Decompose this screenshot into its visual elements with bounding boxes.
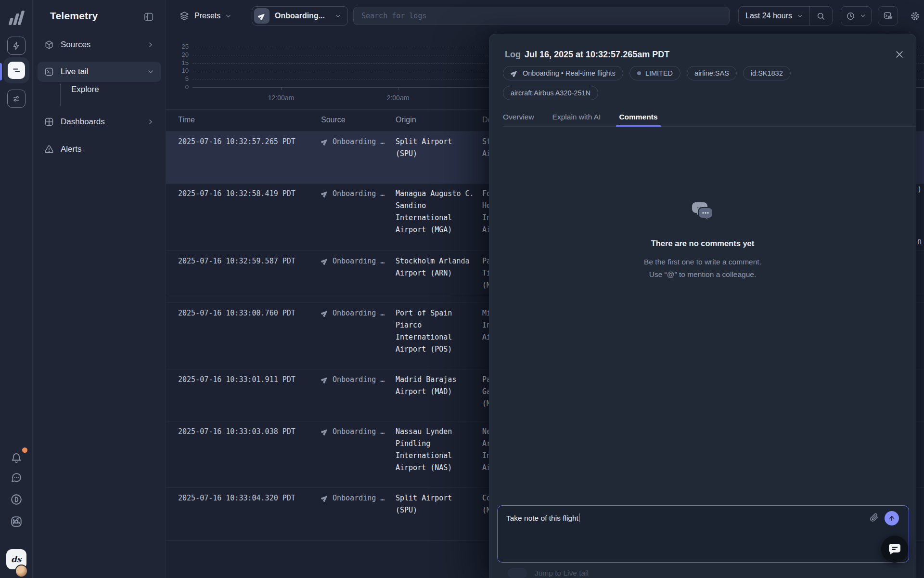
chevron-down-icon xyxy=(225,13,232,20)
y-axis-tick-label: 15 xyxy=(166,59,189,66)
sidebar-item-alerts[interactable]: Alerts xyxy=(38,139,161,159)
plane-icon xyxy=(321,190,329,199)
jump-toggle[interactable] xyxy=(508,568,527,578)
clipped-cell-fragment: ) xyxy=(917,185,922,194)
notification-dot xyxy=(22,447,27,453)
tag-label: LIMITED xyxy=(645,69,673,77)
sidebar: Telemetry Sources Live tail Explore Dash… xyxy=(33,0,166,578)
tag-label: id:SK1832 xyxy=(751,69,783,77)
status-dot-icon xyxy=(637,71,641,75)
app-window: ds Telemetry Sources Live tail Explore xyxy=(0,0,924,578)
dataset-select[interactable]: Onboarding... xyxy=(252,6,348,26)
column-header-time[interactable]: Time xyxy=(178,116,195,124)
plane-icon xyxy=(254,8,270,24)
x-axis-tick-label: 12:00am xyxy=(268,94,294,102)
log-source: Onboarding … xyxy=(333,374,385,386)
attachment-paperclip-icon[interactable] xyxy=(869,512,879,524)
live-tail-settings-button[interactable] xyxy=(878,6,898,26)
alert-triangle-icon xyxy=(44,144,54,154)
search-icon[interactable] xyxy=(810,12,832,21)
log-detail-panel: LogJul 16, 2025 at 10:32:57.265am PDT On… xyxy=(489,34,916,578)
sidebar-item-explore[interactable]: Explore xyxy=(71,85,99,94)
plane-icon xyxy=(321,138,329,147)
log-source: Onboarding … xyxy=(333,136,385,148)
live-tail-icon xyxy=(8,62,25,79)
close-icon[interactable] xyxy=(895,50,904,61)
live-tail-nav-active[interactable] xyxy=(3,57,29,83)
log-origin: Nassau LyndenPindlingInternationalAirpor… xyxy=(396,426,452,474)
log-tag-pill[interactable]: aircraft:Airbus A320-251N xyxy=(503,86,598,100)
tag-label: Onboarding • Real-time flights xyxy=(523,69,616,77)
chat-widget-button[interactable] xyxy=(881,536,908,563)
settings-button[interactable] xyxy=(905,6,924,26)
empty-body: Be the first one to write a comment. Use… xyxy=(489,256,916,281)
plane-icon xyxy=(321,494,329,504)
active-nav-indicator xyxy=(0,63,2,80)
log-time: 2025-07-16 10:32:58.419 PDT xyxy=(178,188,295,200)
cube-icon xyxy=(44,40,54,50)
clipped-cell-fragment: n xyxy=(917,237,922,246)
sidebar-item-live-tail[interactable]: Live tail xyxy=(38,62,161,82)
search-input[interactable] xyxy=(353,7,730,25)
dashboard-grid-icon xyxy=(44,117,54,127)
column-header-source[interactable]: Source xyxy=(321,116,346,124)
collapse-sidebar-icon[interactable] xyxy=(143,12,154,24)
log-origin: Split Airport(SPU) xyxy=(396,136,452,160)
text-caret xyxy=(579,513,580,522)
command-menu-icon[interactable] xyxy=(10,515,23,528)
presets-button[interactable]: Presets xyxy=(180,6,232,26)
log-tag-pill[interactable]: airline:SAS xyxy=(687,66,737,80)
plane-icon xyxy=(321,257,329,267)
comments-empty-state: There are no comments yet Be the first o… xyxy=(489,200,916,281)
sidebar-item-label: Sources xyxy=(61,40,90,50)
feedback-chat-icon[interactable] xyxy=(11,472,22,483)
log-tag-pill[interactable]: id:SK1832 xyxy=(743,66,791,80)
jump-label: Jump to Live tail xyxy=(535,569,589,578)
chevron-down-icon xyxy=(860,13,866,19)
log-tag-pill[interactable]: Onboarding • Real-time flights xyxy=(503,66,623,80)
flows-nav-icon[interactable] xyxy=(7,37,26,55)
log-time: 2025-07-16 10:33:00.760 PDT xyxy=(178,307,295,319)
log-time: 2025-07-16 10:33:01.911 PDT xyxy=(178,374,295,386)
docs-circle-icon[interactable] xyxy=(10,493,23,506)
layers-icon xyxy=(180,11,189,21)
tab-comments[interactable]: Comments xyxy=(619,107,657,126)
icon-rail: ds xyxy=(0,0,33,578)
y-axis-tick-label: 25 xyxy=(166,43,189,50)
detail-tabs: OverviewExplain with AIComments xyxy=(503,107,916,127)
sidebar-item-label: Live tail xyxy=(61,67,89,77)
log-tag-pill[interactable]: LIMITED xyxy=(629,66,680,80)
log-prefix: Log xyxy=(505,50,521,59)
chat-bubble-icon xyxy=(888,543,901,555)
terminal-badge-icon xyxy=(883,11,893,21)
app-logo-icon[interactable] xyxy=(7,11,26,26)
refresh-interval-control[interactable] xyxy=(841,6,872,26)
query-builder-nav-icon[interactable] xyxy=(7,90,26,108)
tab-overview[interactable]: Overview xyxy=(503,107,534,126)
sidebar-item-sources[interactable]: Sources xyxy=(38,35,161,55)
time-range-control[interactable]: Last 24 hours xyxy=(738,6,833,26)
log-timestamp: Jul 16, 2025 at 10:32:57.265am PDT xyxy=(525,50,669,59)
log-origin: Split Airport(SPU) xyxy=(396,492,452,516)
comment-input[interactable]: Take note of this flight xyxy=(497,505,909,563)
plane-icon xyxy=(321,309,329,319)
tree-guide-line xyxy=(60,84,61,106)
clock-icon xyxy=(846,12,855,21)
tab-explain-with-ai[interactable]: Explain with AI xyxy=(552,107,601,126)
y-axis-tick-label: 0 xyxy=(166,83,189,91)
sidebar-item-dashboards[interactable]: Dashboards xyxy=(38,112,161,132)
user-avatar[interactable] xyxy=(15,565,28,578)
sidebar-item-label: Alerts xyxy=(61,144,81,154)
column-header-origin[interactable]: Origin xyxy=(396,116,416,124)
log-tags: Onboarding • Real-time flightsLIMITEDair… xyxy=(503,66,883,100)
y-axis-tick-label: 10 xyxy=(166,67,189,74)
notifications-bell-icon[interactable] xyxy=(7,449,26,467)
x-axis-tick-label: 2:00am xyxy=(387,94,410,102)
page-title: Telemetry xyxy=(50,10,98,22)
chevron-right-icon xyxy=(147,41,154,49)
chevron-right-icon xyxy=(147,118,154,126)
send-comment-button[interactable] xyxy=(885,511,899,525)
comment-text: Take note of this flight xyxy=(506,514,578,522)
log-source: Onboarding … xyxy=(333,426,385,438)
log-time: 2025-07-16 10:33:04.320 PDT xyxy=(178,492,295,504)
